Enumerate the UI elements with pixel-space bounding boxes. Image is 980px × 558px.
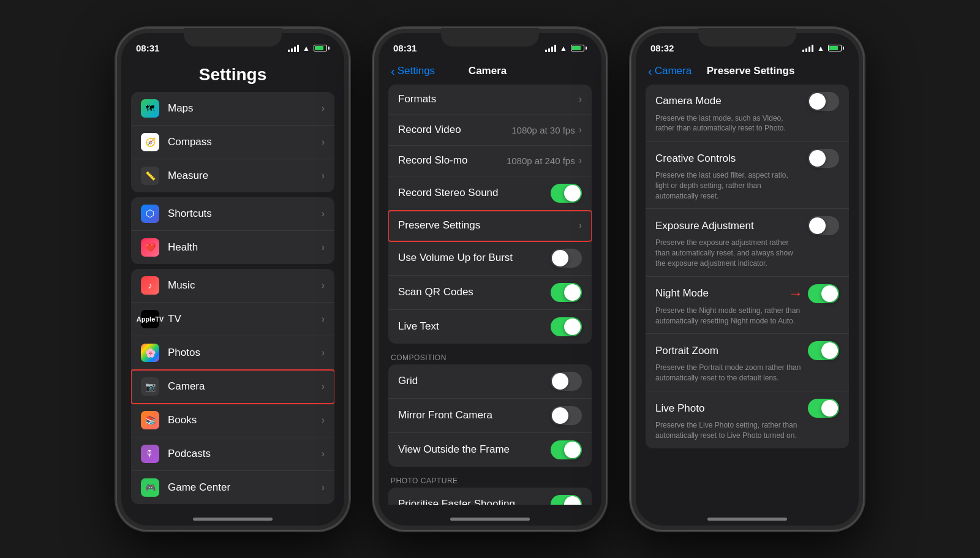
preserve-item-exposure[interactable]: Exposure Adjustment Preserve the exposur… bbox=[646, 209, 849, 276]
grid-toggle[interactable] bbox=[551, 372, 582, 391]
prioritise-shooting-toggle[interactable] bbox=[551, 495, 582, 505]
home-indicator-1 bbox=[121, 505, 344, 526]
camera-item-prioritise[interactable]: Prioritise Faster Shooting bbox=[388, 488, 592, 505]
sidebar-item-tv[interactable]: AppleTV TV › bbox=[131, 303, 334, 336]
gamecenter-icon: 🎮 bbox=[141, 478, 159, 497]
podcasts-chevron: › bbox=[322, 448, 325, 459]
status-bar-2: 08:31 ▲ bbox=[379, 33, 601, 60]
sidebar-item-podcasts[interactable]: 🎙 Podcasts › bbox=[131, 437, 334, 471]
camera-mode-toggle[interactable] bbox=[808, 92, 839, 111]
measure-icon: 📏 bbox=[141, 167, 159, 185]
measure-label: Measure bbox=[168, 170, 322, 182]
sidebar-item-shortcuts[interactable]: ⬡ Shortcuts › bbox=[131, 197, 334, 231]
phone-1: 08:31 ▲ bbox=[116, 28, 349, 530]
composition-section-label: COMPOSITION bbox=[379, 349, 601, 364]
battery-icon-3 bbox=[828, 45, 844, 51]
preserve-item-live-photo[interactable]: Live Photo Preserve the Live Photo setti… bbox=[646, 391, 849, 448]
camera-item-grid[interactable]: Grid bbox=[388, 364, 592, 399]
camera-item-record-video[interactable]: Record Video 1080p at 30 fps › bbox=[388, 115, 592, 146]
tv-label: TV bbox=[168, 313, 322, 325]
camera-item-mirror-front[interactable]: Mirror Front Camera bbox=[388, 399, 592, 433]
settings-header-1: Settings bbox=[121, 60, 344, 92]
phones-container: 08:31 ▲ bbox=[104, 16, 876, 543]
settings-group-1: 🗺 Maps › 🧭 Compass › bbox=[131, 92, 334, 192]
status-icons-2: ▲ bbox=[545, 44, 587, 53]
camera-settings-group-photocapture: Prioritise Faster Shooting Intelligently… bbox=[388, 488, 592, 505]
camera-item-record-stereo[interactable]: Record Stereo Sound bbox=[388, 176, 592, 211]
settings-group-3: ♪ Music › AppleTV TV › bbox=[131, 269, 334, 504]
back-chevron-icon-3: ‹ bbox=[648, 65, 652, 77]
camera-back-button[interactable]: ‹ Camera bbox=[648, 65, 692, 77]
settings-back-button[interactable]: ‹ Settings bbox=[391, 65, 435, 77]
camera-item-scan-qr[interactable]: Scan QR Codes bbox=[388, 276, 592, 310]
preserve-item-night-mode[interactable]: Night Mode → Preserve the Night mode set… bbox=[646, 277, 849, 334]
live-photo-toggle[interactable] bbox=[808, 399, 839, 418]
podcasts-icon: 🎙 bbox=[141, 445, 159, 463]
preserve-scroll[interactable]: Camera Mode Preserve the last mode, such… bbox=[636, 80, 859, 505]
page-title-2: Camera bbox=[435, 65, 540, 77]
battery-icon-2 bbox=[571, 45, 587, 51]
wifi-icon-2: ▲ bbox=[560, 44, 567, 53]
signal-icon-1 bbox=[288, 45, 299, 52]
phone-2-screen: 08:31 ▲ bbox=[379, 33, 601, 526]
record-stereo-toggle[interactable] bbox=[551, 184, 582, 203]
sidebar-item-health[interactable]: ❤️ Health › bbox=[131, 231, 334, 264]
status-time-1: 08:31 bbox=[136, 43, 159, 53]
night-mode-toggle[interactable] bbox=[808, 284, 839, 303]
shortcuts-chevron: › bbox=[322, 208, 325, 219]
sidebar-item-photos[interactable]: 🌸 Photos › bbox=[131, 336, 334, 370]
maps-icon: 🗺 bbox=[141, 99, 159, 118]
health-label: Health bbox=[168, 241, 322, 254]
sidebar-item-compass[interactable]: 🧭 Compass › bbox=[131, 126, 334, 159]
camera-item-preserve-settings[interactable]: Preserve Settings › bbox=[388, 211, 592, 241]
view-outside-toggle[interactable] bbox=[551, 440, 582, 459]
health-icon: ❤️ bbox=[141, 238, 159, 257]
camera-item-live-text[interactable]: Live Text bbox=[388, 310, 592, 344]
scan-qr-toggle[interactable] bbox=[551, 283, 582, 302]
maps-label: Maps bbox=[168, 102, 322, 115]
compass-icon: 🧭 bbox=[141, 133, 159, 151]
use-volume-toggle[interactable] bbox=[551, 249, 582, 268]
sidebar-item-books[interactable]: 📚 Books › bbox=[131, 404, 334, 437]
mirror-front-toggle[interactable] bbox=[551, 406, 582, 425]
camera-item-use-volume[interactable]: Use Volume Up for Burst bbox=[388, 241, 592, 276]
preserve-item-creative-controls[interactable]: Creative Controls Preserve the last used… bbox=[646, 141, 849, 209]
phone-1-screen: 08:31 ▲ bbox=[121, 33, 344, 526]
measure-chevron: › bbox=[322, 170, 325, 181]
books-label: Books bbox=[168, 414, 322, 426]
camera-scroll[interactable]: Formats › Record Video 1080p at 30 fps ›… bbox=[379, 80, 601, 505]
sidebar-item-camera[interactable]: 📷 Camera › bbox=[131, 370, 334, 404]
gamecenter-chevron: › bbox=[322, 482, 325, 493]
photos-icon: 🌸 bbox=[141, 344, 159, 362]
camera-item-view-outside[interactable]: View Outside the Frame bbox=[388, 433, 592, 467]
preserve-item-portrait-zoom[interactable]: Portrait Zoom Preserve the Portrait mode… bbox=[646, 334, 849, 391]
home-indicator-3 bbox=[636, 505, 859, 526]
page-title-3: Preserve Settings bbox=[692, 65, 810, 77]
creative-controls-toggle[interactable] bbox=[808, 149, 839, 168]
portrait-zoom-toggle[interactable] bbox=[808, 341, 839, 360]
camera-settings-group-1: Formats › Record Video 1080p at 30 fps ›… bbox=[388, 85, 592, 344]
status-bar-3: 08:32 ▲ bbox=[636, 33, 859, 60]
sidebar-item-measure[interactable]: 📏 Measure › bbox=[131, 159, 334, 192]
music-icon: ♪ bbox=[141, 276, 159, 295]
shortcuts-label: Shortcuts bbox=[168, 208, 322, 220]
exposure-toggle[interactable] bbox=[808, 216, 839, 235]
live-text-toggle[interactable] bbox=[551, 317, 582, 336]
battery-icon-1 bbox=[314, 45, 330, 51]
camera-nav-header: ‹ Settings Camera bbox=[379, 60, 601, 80]
photo-capture-section-label: PHOTO CAPTURE bbox=[379, 472, 601, 488]
wifi-icon-1: ▲ bbox=[303, 44, 310, 53]
settings-group-2: ⬡ Shortcuts › ❤️ Health › bbox=[131, 197, 334, 264]
sidebar-item-maps[interactable]: 🗺 Maps › bbox=[131, 92, 334, 126]
camera-item-record-slomo[interactable]: Record Slo-mo 1080p at 240 fps › bbox=[388, 146, 592, 176]
books-chevron: › bbox=[322, 415, 325, 426]
status-icons-3: ▲ bbox=[802, 44, 844, 53]
sidebar-item-gamecenter[interactable]: 🎮 Game Center › bbox=[131, 471, 334, 504]
preserve-nav-header: ‹ Camera Preserve Settings bbox=[636, 60, 859, 80]
settings-scroll-1[interactable]: 🗺 Maps › 🧭 Compass › bbox=[121, 92, 344, 505]
status-time-2: 08:31 bbox=[393, 43, 417, 53]
camera-item-formats[interactable]: Formats › bbox=[388, 85, 592, 115]
preserve-item-camera-mode[interactable]: Camera Mode Preserve the last mode, such… bbox=[646, 85, 849, 142]
status-time-3: 08:32 bbox=[650, 43, 674, 53]
sidebar-item-music[interactable]: ♪ Music › bbox=[131, 269, 334, 303]
